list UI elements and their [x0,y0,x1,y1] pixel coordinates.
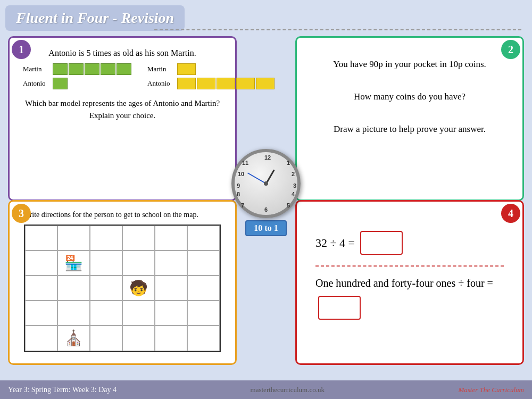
grid-cell-r1c5 [155,226,187,251]
q2-line1: You have 90p in your pocket in 10p coins… [305,56,514,73]
q2-line3: Draw a picture to help prove your answer… [305,121,514,138]
grid-cell-r2c6 [187,251,220,276]
bar-row-antonio-right: Antonio [147,78,275,89]
equation-2-text: One hundred and forty-four ones ÷ four = [315,275,493,292]
page-header: Fluent in Four - Revision [5,5,185,31]
clock-face: 12 1 2 3 4 5 6 7 8 9 10 11 [231,149,301,218]
grid-cell-r2c4 [122,251,155,276]
grid-cell-r4c4 [122,301,155,326]
clock-num-9: 9 [237,182,240,189]
grid-cell-r4c2 [57,301,90,326]
question-number-3: 3 [12,204,31,223]
q1-question: Which bar model represents the ages of A… [18,97,227,121]
grid-cell-r3c5 [155,276,187,301]
grid-cell-r4c5 [155,301,187,326]
clock-num-4: 4 [292,191,295,197]
grid-cell-r2c3 [90,251,122,276]
equation-divider [315,265,504,267]
question-number-1: 1 [12,40,31,59]
clock-num-12: 12 [264,154,271,161]
q3-instruction: Write directions for the person to get t… [18,210,227,220]
clock-num-5: 5 [287,202,290,209]
bar-label-martin-left: Martin [23,65,49,73]
question-3-box: Write directions for the person to get t… [8,200,237,365]
footer-website: masterthecurriculum.co.uk [251,386,325,394]
clock-label: 10 to 1 [245,220,286,236]
footer: Year 3: Spring Term: Week 3: Day 4 maste… [0,380,532,399]
grid-map: 🏪 🧒 ⛪ [24,225,221,352]
grid-cell-r2c2: 🏪 [57,251,90,276]
clock-container: 12 1 2 3 4 5 6 7 8 9 10 11 10 to 1 [231,149,301,236]
bar-model-left: Martin Antonio [23,63,131,89]
header-divider [154,29,521,30]
bar-model-right: Martin Antonio [147,63,275,89]
grid-cell-r3c4: 🧒 [122,276,155,301]
grid-cell-r5c1 [25,326,57,351]
bar-label-antonio-right: Antonio [147,79,174,88]
grid-cell-r2c1 [25,251,57,276]
grid-cell-r5c2: ⛪ [57,326,90,351]
q2-content: You have 90p in your pocket in 10p coins… [305,56,514,138]
bar-row-martin-right: Martin [147,63,275,75]
shop-icon: 🏪 [64,254,83,272]
clock-num-3: 3 [293,182,296,189]
bar-row-antonio-left: Antonio [23,78,131,89]
grid-cell-r5c4 [122,326,155,351]
clock-center-dot [264,181,268,186]
q4-content: 32 ÷ 4 = One hundred and forty-four ones… [305,210,514,330]
q2-line2: How many coins do you have? [305,89,514,105]
equation-2-row: One hundred and forty-four ones ÷ four = [315,275,504,320]
bar-label-antonio-left: Antonio [23,79,49,88]
grid-cell-r1c4 [122,226,155,251]
clock-num-8: 8 [237,191,240,197]
equation-1-text: 32 ÷ 4 = [315,236,355,250]
grid-cell-r1c2 [57,226,90,251]
clock-num-11: 11 [242,160,248,166]
clock-minute-hand [247,172,267,184]
bar-row-martin-left: Martin [23,63,131,75]
grid-cell-r5c6 [187,326,220,351]
grid-cell-r5c3 [90,326,122,351]
clock-num-2: 2 [292,171,295,177]
question-2-box: You have 90p in your pocket in 10p coins… [295,36,524,201]
bar-models-container: Martin Antonio Martin Anton [23,63,222,89]
grid-cell-r3c2 [57,276,90,301]
question-number-4: 4 [501,204,520,223]
bar-label-martin-right: Martin [147,65,174,73]
question-4-box: 32 ÷ 4 = One hundred and forty-four ones… [295,200,524,365]
equation-2-answer-box[interactable] [318,296,361,320]
grid-cell-r3c1 [25,276,57,301]
grid-cell-r5c5 [155,326,187,351]
grid-cell-r4c3 [90,301,122,326]
page-title: Fluent in Four - Revision [16,10,174,27]
grid-cell-r1c3 [90,226,122,251]
grid-cell-r1c6 [187,226,220,251]
q1-intro: Antonio is 5 times as old as his son Mar… [18,48,227,58]
grid-cell-r4c6 [187,301,220,326]
church-icon: ⛪ [64,329,83,347]
grid-cell-r3c3 [90,276,122,301]
clock-num-7: 7 [241,202,244,209]
equation-1-answer-box[interactable] [360,231,403,255]
footer-brand: Master The Curriculum [458,386,524,394]
grid-cell-r3c6 [187,276,220,301]
clock-num-10: 10 [238,171,244,177]
grid-cell-r1c1 [25,226,57,251]
question-1-box: Antonio is 5 times as old as his son Mar… [8,36,237,201]
grid-cell-r4c1 [25,301,57,326]
question-number-2: 2 [501,40,520,59]
person-icon: 🧒 [129,279,148,297]
footer-term-info: Year 3: Spring Term: Week 3: Day 4 [8,386,117,394]
equation-1-row: 32 ÷ 4 = [315,231,504,255]
clock-num-6: 6 [264,206,268,213]
clock-num-1: 1 [287,160,290,166]
grid-cell-r2c5 [155,251,187,276]
